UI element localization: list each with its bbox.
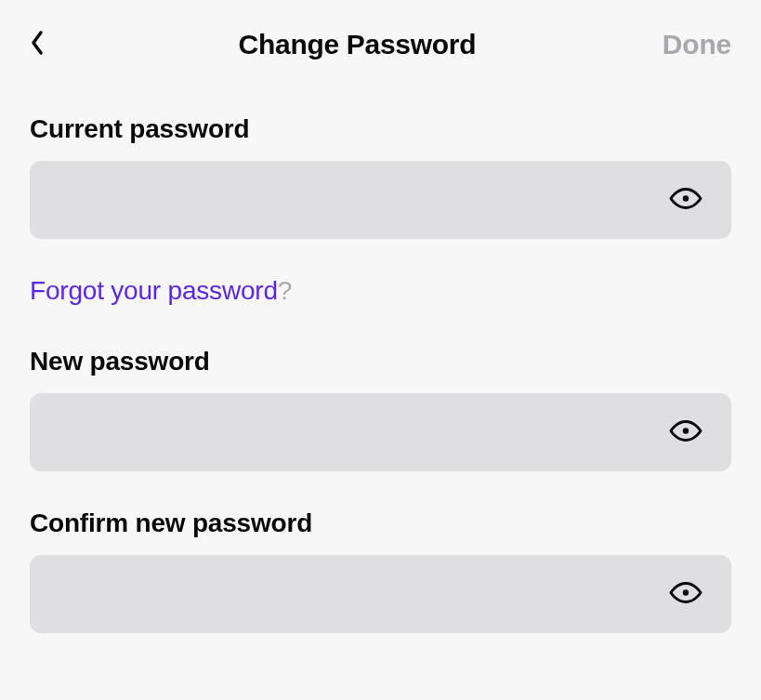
current-password-group: Current password [30,114,731,239]
toggle-visibility-new[interactable] [663,414,709,452]
confirm-password-group: Confirm new password [30,508,731,633]
page-title: Change Password [239,29,477,60]
forgot-password-qmark: ? [278,276,292,305]
confirm-password-label: Confirm new password [30,508,731,538]
confirm-password-input[interactable] [30,555,731,633]
toggle-visibility-confirm[interactable] [663,575,709,614]
svg-point-0 [683,195,689,201]
toggle-visibility-current[interactable] [663,181,709,219]
new-password-group: New password [30,347,731,471]
forgot-password-link[interactable]: Forgot your password [30,276,278,305]
eye-icon [668,581,703,608]
new-password-label: New password [30,347,731,376]
header: Change Password Done [0,0,761,88]
svg-point-2 [683,589,689,595]
confirm-password-input-wrap [30,555,731,633]
current-password-label: Current password [30,114,731,144]
eye-icon [668,419,703,446]
current-password-input[interactable] [30,161,731,239]
back-button[interactable] [22,26,52,62]
eye-icon [668,187,703,214]
content: Current password Forgot your password? N… [0,88,761,633]
current-password-input-wrap [30,161,731,239]
svg-point-1 [683,428,689,433]
new-password-input[interactable] [30,393,731,471]
forgot-password-row: Forgot your password? [30,276,731,306]
new-password-input-wrap [30,393,731,471]
done-button[interactable]: Done [663,29,731,60]
chevron-left-icon [30,30,45,59]
